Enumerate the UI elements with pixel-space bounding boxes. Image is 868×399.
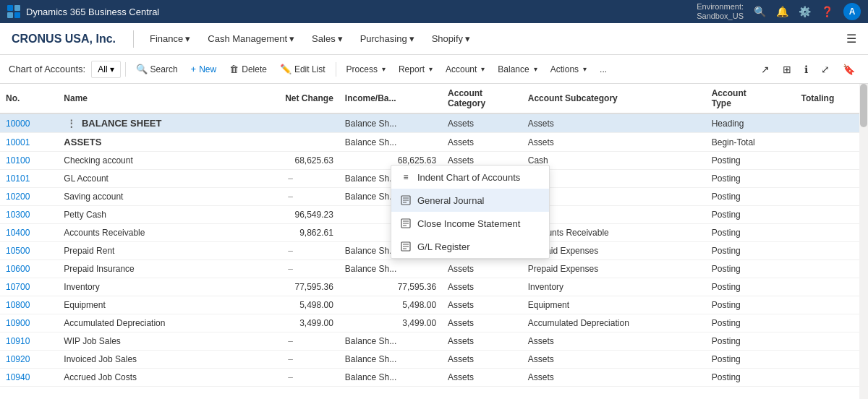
table-row[interactable]: 10600 Prepaid Insurance – Balance Sh... … (0, 260, 868, 278)
journal-svg-icon (401, 195, 411, 205)
cell-no[interactable]: 10600 (0, 260, 58, 278)
cell-no[interactable]: 10100 (0, 152, 58, 170)
table-row[interactable]: 10900 Accumulated Depreciation 3,499.00 … (0, 314, 868, 332)
cell-name: Petty Cash (58, 206, 242, 224)
scroll-track[interactable] (859, 84, 868, 399)
cell-name: Accumulated Depreciation (58, 314, 242, 332)
share-icon[interactable]: ↗ (757, 61, 774, 78)
cell-net: – (242, 170, 339, 188)
table-row[interactable]: 10940 Accrued Job Costs – Balance Sh... … (0, 369, 868, 387)
cell-no[interactable]: 10940 (0, 369, 58, 387)
cell-no[interactable]: 10101 (0, 170, 58, 188)
bookmark-icon[interactable]: 🔖 (838, 61, 859, 78)
table-row[interactable]: 10910 WIP Job Sales – Balance Sh... Asse… (0, 332, 868, 351)
top-bar: Dynamics 365 Business Central Environmen… (0, 0, 868, 23)
table-row[interactable]: 10001 ASSETS Balance Sh... Assets Assets… (0, 133, 868, 152)
nav-finance[interactable]: Finance ▾ (142, 29, 197, 48)
cell-type: Heading (706, 113, 796, 133)
cell-no[interactable]: 10900 (0, 314, 58, 332)
scroll-thumb[interactable] (860, 84, 867, 127)
cell-subcat: Accumulated Depreciation (522, 314, 706, 332)
cell-net: – (242, 188, 339, 206)
table-row[interactable]: 10000 ⋮ BALANCE SHEET Balance Sh... Asse… (0, 113, 868, 133)
cell-cat: Assets (442, 133, 522, 152)
toolbar: Chart of Accounts: All ▾ 🔍 Search + New … (0, 55, 868, 84)
cell-no[interactable]: 10800 (0, 296, 58, 314)
report-button[interactable]: Report (393, 61, 438, 77)
col-name[interactable]: Name (58, 84, 242, 113)
new-button[interactable]: + New (185, 61, 223, 77)
table-row[interactable]: 10800 Equipment 5,498.00 5,498.00 Assets… (0, 296, 868, 314)
table-area: No. Name Net Change Income/Ba... Account… (0, 84, 868, 399)
delete-button[interactable]: 🗑 Delete (224, 61, 273, 77)
col-account-type[interactable]: AccountType (706, 84, 796, 113)
settings-icon[interactable]: ⚙️ (799, 6, 811, 17)
nav-cash-management[interactable]: Cash Management ▾ (200, 29, 302, 48)
cell-type: Posting (706, 296, 796, 314)
bell-icon[interactable]: 🔔 (776, 6, 788, 17)
search-icon[interactable]: 🔍 (754, 6, 766, 17)
cell-type: Posting (706, 369, 796, 387)
cell-no[interactable]: 10400 (0, 224, 58, 242)
col-totaling[interactable]: Totaling (795, 84, 868, 113)
cell-cat: Assets (442, 369, 522, 387)
cell-totaling (795, 332, 868, 351)
more-button[interactable]: ... (594, 61, 613, 77)
info-icon[interactable]: ℹ (800, 61, 812, 78)
process-button[interactable]: Process (341, 61, 391, 77)
table-row[interactable]: 10700 Inventory 77,595.36 77,595.36 Asse… (0, 278, 868, 296)
close-income-statement-item[interactable]: Close Income Statement (391, 212, 549, 235)
cell-name: Prepaid Insurance (58, 260, 242, 278)
expand-icon[interactable]: ⤢ (817, 61, 834, 78)
nav-sales[interactable]: Sales ▾ (305, 29, 350, 48)
filter-dropdown[interactable]: All ▾ (91, 61, 120, 78)
cell-cat: Assets (442, 113, 522, 133)
cell-no[interactable]: 10910 (0, 332, 58, 351)
avatar[interactable]: A (843, 3, 861, 20)
indent-chart-item[interactable]: ≡ Indent Chart of Accounts (391, 166, 549, 189)
cell-no[interactable]: 10500 (0, 242, 58, 260)
cell-no[interactable]: 10001 (0, 133, 58, 152)
balance-button[interactable]: Balance (492, 61, 542, 77)
cell-type: Posting (706, 332, 796, 351)
nav-divider (133, 30, 134, 48)
row-menu-icon[interactable]: ⋮ (64, 118, 79, 129)
chevron-down-icon: ▾ (185, 33, 190, 44)
cell-no[interactable]: 10300 (0, 206, 58, 224)
help-icon[interactable]: ❓ (821, 6, 833, 17)
cell-subcat: Assets (522, 351, 706, 369)
nav-shopify[interactable]: Shopify ▾ (425, 29, 477, 48)
cell-balance-type: Balance Sh... (339, 369, 442, 387)
close-income-svg-icon (401, 218, 411, 228)
cell-subcat: Assets (522, 133, 706, 152)
cell-no[interactable]: 10200 (0, 188, 58, 206)
nav-purchasing[interactable]: Purchasing ▾ (353, 29, 422, 48)
cell-name: WIP Job Sales (58, 332, 242, 351)
account-button[interactable]: Account (440, 61, 490, 77)
hamburger-menu[interactable]: ☰ (846, 32, 856, 46)
col-balance[interactable]: Income/Ba... (339, 84, 442, 113)
cell-no[interactable]: 10700 (0, 278, 58, 296)
cell-cat: Assets (442, 260, 522, 278)
search-button[interactable]: 🔍 Search (130, 61, 184, 77)
cell-no[interactable]: 10000 (0, 113, 58, 133)
delete-icon: 🗑 (229, 64, 239, 74)
col-net-change[interactable]: Net Change (242, 84, 339, 113)
cell-type: Posting (706, 206, 796, 224)
gl-register-item[interactable]: G/L Register (391, 235, 549, 258)
cell-name: Saving account (58, 188, 242, 206)
general-journal-item[interactable]: General Journal (391, 189, 549, 212)
cell-net: – (242, 351, 339, 369)
col-no[interactable]: No. (0, 84, 58, 113)
col-account-subcategory[interactable]: Account Subcategory (522, 84, 706, 113)
toolbar-right: ↗ ⊞ ℹ ⤢ 🔖 (757, 61, 859, 78)
process-dropdown: ≡ Indent Chart of Accounts General Journ… (391, 165, 550, 259)
cell-no[interactable]: 10920 (0, 351, 58, 369)
cell-subcat: Prepaid Expenses (522, 260, 706, 278)
edit-list-button[interactable]: ✏️ Edit List (274, 61, 331, 77)
table-row[interactable]: 10920 Invoiced Job Sales – Balance Sh...… (0, 351, 868, 369)
cell-cat: Assets (442, 351, 522, 369)
filter-icon[interactable]: ⊞ (778, 61, 796, 78)
actions-button[interactable]: Actions (545, 61, 592, 77)
col-account-category[interactable]: AccountCategory (442, 84, 522, 113)
